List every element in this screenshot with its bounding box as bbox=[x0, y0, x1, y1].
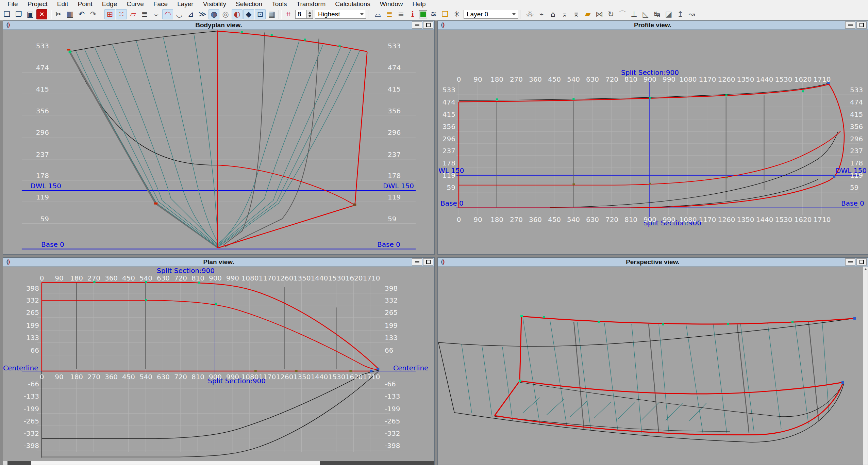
reset-views-icon: ✳ bbox=[454, 11, 460, 18]
menu-item-edge[interactable]: Edge bbox=[97, 0, 122, 8]
minimize-button[interactable] bbox=[412, 21, 422, 29]
open-file-icon[interactable]: ❐ bbox=[13, 9, 24, 19]
shade-icon[interactable]: ◍ bbox=[208, 9, 219, 19]
subdivision-icon[interactable]: ⌗ bbox=[283, 9, 294, 19]
waterlines-icon: ◡ bbox=[176, 11, 182, 18]
bodyplan-titlebar[interactable]: Bodyplan view. bbox=[3, 21, 434, 30]
add-face-icon[interactable]: ◪ bbox=[663, 9, 674, 19]
collapse-icon[interactable]: ↹ bbox=[652, 9, 663, 19]
layer-properties-icon[interactable]: ℹ bbox=[407, 9, 418, 19]
stations-icon[interactable]: ≣ bbox=[139, 9, 150, 19]
perspective-canvas[interactable] bbox=[438, 267, 868, 465]
rotate-icon[interactable]: ↻ bbox=[605, 9, 616, 19]
plan-titlebar[interactable]: Plan view. bbox=[3, 258, 434, 267]
menu-item-help[interactable]: Help bbox=[407, 0, 430, 8]
lock-points-icon[interactable]: ⌂ bbox=[548, 9, 558, 19]
developability-icon[interactable]: ◆ bbox=[243, 9, 254, 19]
buttocks-icon[interactable]: ⌣ bbox=[151, 9, 162, 19]
maximize-button[interactable] bbox=[856, 258, 867, 266]
redo-icon[interactable]: ↷ bbox=[88, 9, 99, 19]
maximize-button[interactable] bbox=[856, 21, 867, 29]
rotate-icon: ↻ bbox=[608, 11, 614, 18]
menu-item-visibility[interactable]: Visibility bbox=[198, 0, 231, 8]
layer-select[interactable]: Layer 0 bbox=[464, 10, 518, 19]
extrude-icon[interactable]: ↥ bbox=[675, 9, 686, 19]
add-layer-icon[interactable]: ≣ bbox=[384, 9, 395, 19]
menu-item-edit[interactable]: Edit bbox=[52, 0, 73, 8]
minimize-button[interactable] bbox=[845, 258, 855, 266]
unlock-points-icon[interactable]: ⌅ bbox=[559, 9, 570, 19]
hydrostatic-features-icon[interactable]: ≫ bbox=[197, 9, 208, 19]
new-window-icon: ❒ bbox=[442, 11, 449, 18]
zebra-shade-icon[interactable]: ◐ bbox=[232, 9, 243, 19]
menu-item-curve[interactable]: Curve bbox=[122, 0, 149, 8]
spin-up-icon[interactable] bbox=[307, 10, 313, 14]
bend-icon[interactable]: ⌒ bbox=[617, 9, 628, 19]
insert-plane-icon[interactable]: ▰ bbox=[582, 9, 593, 19]
menu-item-face[interactable]: Face bbox=[149, 0, 172, 8]
bodyplan-pane: Bodyplan view. bbox=[3, 20, 435, 255]
bend-icon: ⌒ bbox=[619, 11, 626, 18]
redo-icon: ↷ bbox=[90, 11, 96, 18]
precision-stepper[interactable]: 8 bbox=[295, 10, 313, 19]
undo-icon[interactable]: ↶ bbox=[76, 9, 87, 19]
lock-all-icon[interactable]: ⌆ bbox=[571, 9, 582, 19]
menu-item-transform[interactable]: Transform bbox=[291, 0, 330, 8]
layer-color-swatch[interactable] bbox=[419, 10, 427, 18]
minimize-button[interactable] bbox=[845, 21, 855, 29]
interior-edges-icon[interactable]: ⊞ bbox=[104, 9, 115, 19]
menu-item-point[interactable]: Point bbox=[73, 0, 97, 8]
move-points-icon[interactable]: ⁂ bbox=[524, 9, 535, 19]
scrollbar-thumb[interactable] bbox=[31, 461, 320, 465]
shear-icon[interactable]: ◺ bbox=[640, 9, 651, 19]
layers-icon[interactable]: ≡ bbox=[396, 9, 406, 19]
perspective-titlebar[interactable]: Perspective view. bbox=[438, 258, 868, 267]
move-points-icon: ⁂ bbox=[526, 11, 534, 18]
new-file-icon[interactable]: ❏ bbox=[2, 9, 13, 19]
maximize-button[interactable] bbox=[423, 258, 433, 266]
curvature-icon[interactable]: ◠ bbox=[162, 9, 173, 19]
workspace: Bodyplan view. bbox=[0, 20, 868, 465]
clear-selection-icon[interactable]: ✂ bbox=[53, 9, 64, 19]
save-icon[interactable]: ▣ bbox=[25, 9, 36, 19]
waterlines-icon[interactable]: ◡ bbox=[174, 9, 185, 19]
menu-item-file[interactable]: File bbox=[3, 0, 23, 8]
spin-down-icon[interactable] bbox=[307, 14, 313, 18]
vertical-scrollbar[interactable] bbox=[863, 267, 868, 465]
menu-item-project[interactable]: Project bbox=[23, 0, 52, 8]
control-net-icon[interactable]: ⁙ bbox=[116, 9, 127, 19]
new-window-icon[interactable]: ❒ bbox=[440, 9, 451, 19]
clear-selection-icon: ✂ bbox=[55, 11, 62, 18]
align-icon[interactable]: ⊥ bbox=[629, 9, 639, 19]
delete-icon[interactable]: ▥ bbox=[65, 9, 76, 19]
profile-canvas[interactable]: WL 150 DWL 150 Base 0 Base 0 Split Secti… bbox=[438, 30, 868, 254]
buttocks-icon: ⌣ bbox=[154, 11, 158, 18]
minimize-button[interactable] bbox=[412, 258, 422, 266]
scroll-up-button[interactable] bbox=[864, 268, 867, 270]
menu-item-window[interactable]: Window bbox=[375, 0, 408, 8]
bodyplan-canvas[interactable]: DWL 150 DWL 150 Base 0 Base 0 5335334744… bbox=[3, 30, 434, 254]
profile-titlebar[interactable]: Profile view. bbox=[438, 21, 868, 30]
precision-value[interactable]: 8 bbox=[295, 10, 307, 19]
insert-edge-icon[interactable]: ⌁ bbox=[536, 9, 547, 19]
flip-normals-icon[interactable]: ↝ bbox=[686, 9, 697, 19]
menu-item-tools[interactable]: Tools bbox=[267, 0, 291, 8]
horizontal-scrollbar[interactable] bbox=[3, 461, 434, 465]
scroll-left-button[interactable] bbox=[3, 461, 7, 465]
maximize-button[interactable] bbox=[423, 21, 433, 29]
control-curves-icon[interactable]: ▱ bbox=[128, 9, 138, 19]
precision-select[interactable]: Highest bbox=[315, 10, 366, 19]
lines-plan-icon[interactable]: ⌓ bbox=[372, 9, 383, 19]
intersections-icon[interactable]: ▦ bbox=[266, 9, 277, 19]
close-file-icon[interactable]: ✕ bbox=[36, 9, 47, 19]
mirror-icon[interactable]: ⋈ bbox=[594, 9, 605, 19]
design-hydrostatics-icon[interactable]: ⊡ bbox=[255, 9, 266, 19]
wireframe-icon[interactable]: ◎ bbox=[220, 9, 231, 19]
menu-item-layer[interactable]: Layer bbox=[172, 0, 198, 8]
menu-item-selection[interactable]: Selection bbox=[231, 0, 267, 8]
diagonals-icon[interactable]: ⊿ bbox=[185, 9, 196, 19]
plan-canvas[interactable]: Centerline Centerline Split Section:900 … bbox=[3, 267, 434, 465]
menu-item-calculations[interactable]: Calculations bbox=[330, 0, 375, 8]
layer-visibility-icon[interactable]: ≋ bbox=[428, 9, 439, 19]
reset-views-icon[interactable]: ✳ bbox=[451, 9, 462, 19]
